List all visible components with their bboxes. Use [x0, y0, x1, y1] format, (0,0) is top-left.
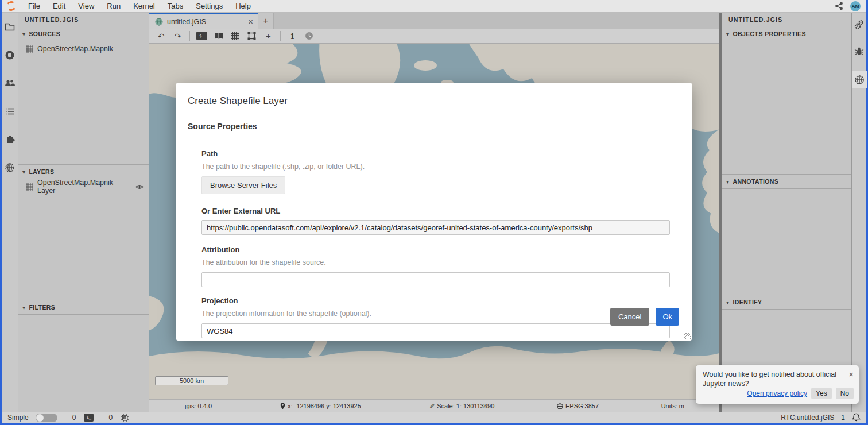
sources-section-header[interactable]: SOURCES — [18, 26, 149, 41]
chevron-down-icon — [726, 178, 729, 185]
vector-layer-button[interactable] — [245, 30, 259, 42]
identify-label: IDENTIFY — [733, 299, 762, 306]
privacy-policy-link[interactable]: Open privacy policy — [747, 389, 807, 397]
path-label: Path — [202, 149, 679, 158]
new-tab-button[interactable] — [258, 13, 274, 29]
annotations-label: ANNOTATIONS — [733, 178, 778, 185]
chevron-down-icon — [726, 299, 729, 306]
projection-label: Projection — [202, 296, 679, 305]
bell-icon[interactable] — [852, 413, 861, 422]
gis-statusline: jgis: 0.4.0 x: -12198496 y: 12413925 Sca… — [149, 399, 719, 412]
add-layer-button[interactable] — [261, 30, 276, 42]
polygon-select-icon — [247, 32, 256, 40]
layer-visibility-eye-icon[interactable] — [135, 184, 144, 190]
ok-button[interactable]: Ok — [656, 308, 679, 326]
scalebar-label: 5000 km — [180, 377, 204, 384]
simple-mode-toggle[interactable] — [36, 414, 57, 422]
path-description: The path to the shapefile (.shp, .zip, o… — [202, 163, 679, 171]
terminal-icon[interactable] — [84, 414, 94, 422]
right-sidebar: UNTITLED.JGIS OBJECTS PROPERTIES ANNOTAT… — [719, 13, 851, 412]
tab-untitled-jgis[interactable]: untitled.jGIS — [149, 13, 258, 29]
layer-item-osm[interactable]: OpenStreetMap.Mapnik Layer — [18, 179, 149, 194]
chevron-down-icon — [22, 30, 25, 37]
menu-help[interactable]: Help — [229, 0, 257, 13]
toolbar-separator — [280, 31, 281, 41]
globe-file-icon — [155, 18, 163, 26]
objects-properties-header[interactable]: OBJECTS PROPERTIES — [722, 26, 851, 41]
tab-bar: untitled.jGIS — [149, 13, 719, 29]
identify-button[interactable] — [285, 30, 300, 42]
menu-kernel[interactable]: Kernel — [127, 0, 161, 13]
yes-button[interactable]: Yes — [811, 388, 832, 399]
gis-identify-panel-icon[interactable] — [852, 71, 867, 88]
collaboration-icon[interactable] — [3, 77, 17, 90]
attribution-input[interactable] — [202, 272, 670, 287]
filters-label: FILTERS — [29, 304, 55, 311]
notifications-count[interactable]: 1 — [841, 414, 845, 422]
temporal-controller-button[interactable] — [302, 30, 316, 42]
dialog-title: Create Shapefile Layer — [188, 95, 679, 107]
share-icon[interactable] — [835, 2, 843, 10]
table-of-contents-icon[interactable] — [3, 105, 17, 118]
dialog-resize-handle[interactable] — [684, 333, 691, 339]
statusbar: Simple 0 0 RTC:untitled.jGIS 1 — [2, 412, 866, 423]
gis-panel-icon[interactable] — [3, 161, 17, 174]
menu-view[interactable]: View — [72, 0, 100, 13]
map-scalebar: 5000 km — [155, 376, 228, 385]
menu-settings[interactable]: Settings — [189, 0, 229, 13]
debugger-icon[interactable] — [852, 45, 866, 57]
map-units: Units: m — [661, 400, 684, 412]
attribution-label: Attribution — [202, 245, 679, 254]
toggle-knob — [36, 414, 44, 422]
menu-file[interactable]: File — [22, 0, 46, 13]
browse-server-files-button[interactable]: Browse Server Files — [202, 176, 285, 194]
layer-item-label: OpenStreetMap.Mapnik Layer — [37, 179, 131, 195]
projection-epsg[interactable]: EPSG:3857 — [557, 400, 599, 412]
identify-header[interactable]: IDENTIFY — [722, 295, 851, 310]
user-avatar[interactable]: AM — [850, 1, 861, 11]
source-item-label: OpenStreetMap.Mapnik — [37, 45, 113, 53]
terminals-count: 0 — [72, 414, 76, 422]
right-activity-bar — [851, 13, 866, 412]
create-shapefile-layer-dialog: Create Shapefile Layer Source Properties… — [176, 83, 692, 341]
filters-section-header[interactable]: FILTERS — [18, 300, 149, 315]
layers-label: LAYERS — [29, 168, 54, 175]
projection-description: The projection information for the shape… — [202, 310, 679, 318]
dialog-section-heading: Source Properties — [188, 122, 679, 131]
external-url-input[interactable] — [202, 220, 670, 235]
cursor-coordinates: x: -12198496 y: 12413925 — [280, 400, 361, 412]
redo-button[interactable] — [170, 30, 185, 42]
no-button[interactable]: No — [836, 388, 854, 399]
extensions-icon[interactable] — [3, 133, 17, 146]
notification-close-icon[interactable] — [848, 369, 854, 379]
kernel-chip-icon[interactable] — [121, 414, 129, 422]
source-item-osm[interactable]: OpenStreetMap.Mapnik — [18, 41, 149, 56]
simple-mode-label: Simple — [7, 414, 29, 422]
rtc-status[interactable]: RTC:untitled.jGIS — [781, 414, 834, 422]
file-browser-icon[interactable] — [3, 21, 17, 33]
grid-icon — [231, 32, 239, 40]
jgis-version: jgis: 0.4.0 — [185, 400, 212, 412]
running-kernels-icon[interactable] — [3, 49, 17, 61]
menu-tabs[interactable]: Tabs — [161, 0, 189, 13]
plus-icon — [264, 16, 269, 26]
kernels-count: 0 — [108, 414, 113, 422]
projection-input[interactable] — [202, 323, 670, 338]
menu-edit[interactable]: Edit — [46, 0, 72, 13]
console-button[interactable] — [195, 30, 209, 42]
chevron-down-icon — [22, 168, 25, 175]
tab-close-icon[interactable] — [248, 17, 253, 26]
property-inspector-icon[interactable] — [852, 18, 866, 31]
raster-grid-icon — [26, 45, 33, 53]
menu-run[interactable]: Run — [100, 0, 127, 13]
undo-button[interactable] — [154, 30, 168, 42]
notification-message: Would you like to get notified about off… — [703, 370, 839, 388]
annotations-header[interactable]: ANNOTATIONS — [722, 174, 851, 189]
map-scale: Scale: 1: 130113690 — [429, 400, 494, 412]
cancel-button[interactable]: Cancel — [610, 308, 649, 326]
tab-label: untitled.jGIS — [167, 18, 244, 26]
raster-layer-button[interactable] — [228, 30, 242, 42]
layers-section-header[interactable]: LAYERS — [18, 164, 149, 179]
basemap-button[interactable] — [211, 30, 226, 42]
document-toolbar — [149, 29, 719, 44]
